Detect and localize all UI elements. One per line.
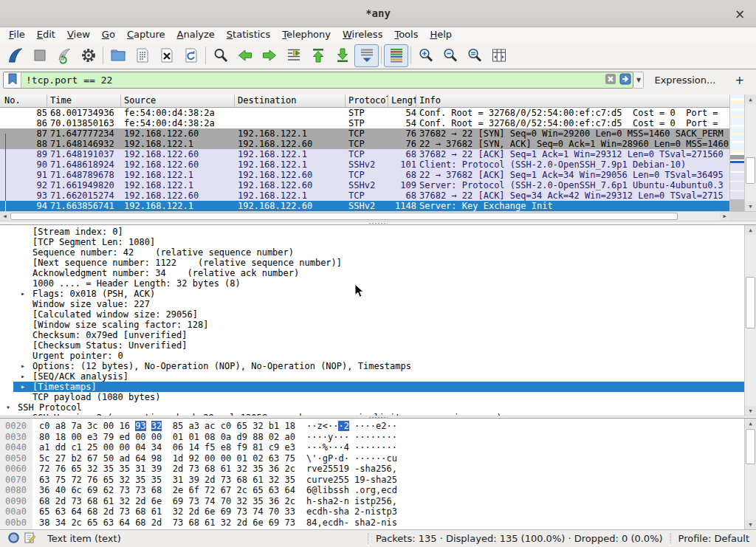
hex-bytes[interactable]: 80 18 00 e3 79 ed 00 00 01 01 08 0a d9 8… xyxy=(32,432,295,443)
hex-ascii[interactable]: ····y··· ········ xyxy=(295,432,397,443)
intelligent-scrollbar-minimap[interactable] xyxy=(729,94,744,211)
zoom-reset-button[interactable] xyxy=(462,44,487,67)
hex-ascii[interactable]: ···%···4 ········ xyxy=(295,442,397,453)
filter-clear-button[interactable] xyxy=(603,72,618,88)
column-header-info[interactable]: Info xyxy=(416,94,729,107)
menu-analyze[interactable]: Analyze xyxy=(171,27,221,42)
titlebar[interactable]: *any × xyxy=(0,0,756,27)
detail-line[interactable]: [Window size scaling factor: 128] xyxy=(0,320,756,330)
find-packet-button[interactable] xyxy=(208,44,233,67)
menu-statistics[interactable]: Statistics xyxy=(221,27,276,42)
start-capture-button[interactable] xyxy=(3,44,27,67)
hex-ascii[interactable]: ··z<···2 ····e2·· xyxy=(295,421,397,432)
column-header-destination[interactable]: Destination xyxy=(235,94,346,107)
restart-capture-button[interactable] xyxy=(52,44,76,67)
menu-wireless[interactable]: Wireless xyxy=(337,27,388,42)
detail-line[interactable]: [Calculated window size: 29056] xyxy=(0,309,756,320)
close-icon[interactable]: × xyxy=(731,5,749,23)
zoom-out-button[interactable] xyxy=(438,44,462,67)
detail-line[interactable]: Urgent pointer: 0 xyxy=(0,351,756,361)
hex-row[interactable]: 0040a1 dd c1 25 00 00 04 34 06 14 f5 e8 … xyxy=(0,442,756,453)
resize-columns-button[interactable] xyxy=(487,44,511,67)
hex-ascii[interactable]: h-sha2-n istp256, xyxy=(295,496,397,507)
reload-file-button[interactable] xyxy=(179,44,203,67)
detail-line[interactable]: 1000 .... = Header Length: 32 bytes (8) xyxy=(0,278,756,289)
menu-edit[interactable]: Edit xyxy=(31,27,61,42)
menu-telephony[interactable]: Telephony xyxy=(276,27,337,42)
hex-bytes[interactable]: 68 2d 73 68 61 32 2d 6e 69 73 74 70 32 3… xyxy=(32,496,295,507)
hex-row[interactable]: 0020c0 a8 7a 3c 00 16 93 32 85 a3 ac c0 … xyxy=(0,421,756,432)
profile-status[interactable]: Profile: Default xyxy=(678,533,756,544)
column-header-length[interactable]: Length xyxy=(388,94,416,107)
bytes-vertical-scrollbar[interactable]: ▲ ▼ xyxy=(744,419,756,529)
detail-line[interactable]: ▾SSH Protocol xyxy=(0,402,756,413)
packet-list-vertical-scrollbar[interactable]: ▲ ▼ xyxy=(744,94,756,211)
menu-help[interactable]: Help xyxy=(424,27,458,42)
filter-history-dropdown[interactable]: ▼ xyxy=(633,72,644,89)
colorize-packets-button[interactable] xyxy=(384,44,408,67)
packet-row[interactable]: 9271.661949820192.168.122.1192.168.122.6… xyxy=(0,180,729,190)
detail-line[interactable]: [Next sequence number: 1122 (relative se… xyxy=(0,258,756,268)
hex-row[interactable]: 003080 18 00 e3 79 ed 00 00 01 01 08 0a … xyxy=(0,432,756,443)
previous-packet-button[interactable] xyxy=(233,44,257,67)
auto-scroll-button[interactable] xyxy=(354,44,379,67)
filter-bookmark-button[interactable] xyxy=(4,72,21,88)
stop-capture-button[interactable] xyxy=(27,44,52,67)
display-filter-field[interactable] xyxy=(3,72,633,89)
packet-row[interactable]: 8771.647777234192.168.122.60192.168.122.… xyxy=(0,128,729,139)
hex-bytes[interactable]: 65 63 64 68 2d 73 68 61 32 2d 6e 69 73 7… xyxy=(32,506,295,517)
packet-row[interactable]: 8871.648146932192.168.122.1192.168.122.6… xyxy=(0,139,729,149)
scroll-up-icon[interactable]: ▲ xyxy=(745,94,756,104)
detail-line[interactable]: Sequence number: 42 (relative sequence n… xyxy=(0,247,756,258)
detail-line[interactable]: ▸Options: (12 bytes), No-Operation (NOP)… xyxy=(0,361,756,371)
hex-ascii[interactable]: 6@libssh .org,ecd xyxy=(295,485,397,496)
hex-row[interactable]: 00b038 34 2c 65 63 64 68 2d 73 68 61 32 … xyxy=(0,517,756,529)
hex-ascii[interactable]: curve255 19-sha25 xyxy=(295,475,397,486)
detail-line[interactable]: Window size value: 227 xyxy=(0,299,756,309)
filter-apply-button[interactable] xyxy=(618,72,633,88)
scroll-down-icon[interactable]: ▼ xyxy=(745,202,756,211)
hex-row[interactable]: 007063 75 72 76 65 32 35 35 31 39 2d 73 … xyxy=(0,475,756,486)
display-filter-input[interactable] xyxy=(21,72,603,88)
detail-line[interactable]: [Stream index: 0] xyxy=(0,227,756,237)
menu-view[interactable]: View xyxy=(61,27,96,42)
hex-bytes[interactable]: 5c 27 b2 67 50 ad 64 98 1d 92 00 00 01 0… xyxy=(32,453,295,464)
next-packet-button[interactable] xyxy=(257,44,281,67)
hex-bytes[interactable]: a1 dd c1 25 00 00 04 34 06 14 f5 e8 f9 8… xyxy=(32,442,295,453)
add-filter-button[interactable]: + xyxy=(723,74,753,87)
column-header-no[interactable]: No. xyxy=(0,94,47,107)
menu-go[interactable]: Go xyxy=(96,27,121,42)
detail-line[interactable]: ▸[SEQ/ACK analysis] xyxy=(0,371,756,382)
detail-line[interactable]: Checksum: 0x79ed [unverified] xyxy=(0,330,756,340)
detail-line[interactable]: ▸SSH Version 2 (encryption:chacha20-poly… xyxy=(0,413,756,416)
close-file-button[interactable] xyxy=(154,44,179,67)
hex-ascii[interactable]: ecdh-sha 2-nistp3 xyxy=(295,506,397,517)
scroll-up-icon[interactable]: ▲ xyxy=(745,419,756,428)
open-file-button[interactable] xyxy=(106,44,130,67)
packet-row[interactable]: 9171.648789678192.168.122.1192.168.122.6… xyxy=(0,170,729,180)
column-header-source[interactable]: Source xyxy=(121,94,235,107)
packet-row[interactable]: 9071.648618924192.168.122.60192.168.122.… xyxy=(0,159,729,170)
detail-line[interactable]: ▸[Timestamps] xyxy=(0,382,756,392)
column-header-protocol[interactable]: Protocol xyxy=(346,94,388,107)
hex-ascii[interactable]: \'·gP·d· ······cu xyxy=(295,453,397,464)
scrollbar-thumb[interactable] xyxy=(10,213,678,220)
hex-bytes[interactable]: 72 76 65 32 35 35 31 39 2d 73 68 61 32 3… xyxy=(32,464,295,475)
packet-row[interactable]: 8568.001734936fe:54:00:d4:38:2aSTP54Conf… xyxy=(0,108,729,118)
hex-bytes[interactable]: c0 a8 7a 3c 00 16 93 32 85 a3 ac c0 65 3… xyxy=(32,421,295,432)
hex-ascii[interactable]: 84,ecdh- sha2-nis xyxy=(295,517,397,529)
capture-options-button[interactable] xyxy=(76,44,100,67)
packet-row[interactable]: 8670.013850163fe:54:00:d4:38:2aSTP54Conf… xyxy=(0,118,729,128)
packet-row[interactable]: 9471.663856741192.168.122.1192.168.122.6… xyxy=(0,201,729,211)
menu-tools[interactable]: Tools xyxy=(388,27,424,42)
capture-comment-button[interactable] xyxy=(22,532,37,546)
menu-file[interactable]: File xyxy=(3,27,31,42)
hex-bytes[interactable]: 36 40 6c 69 62 73 73 68 2e 6f 72 67 2c 6… xyxy=(32,485,295,496)
detail-line[interactable]: [TCP Segment Len: 1080] xyxy=(0,237,756,247)
menu-capture[interactable]: Capture xyxy=(121,27,171,42)
first-packet-button[interactable] xyxy=(306,44,330,67)
hex-row[interactable]: 006072 76 65 32 35 35 31 39 2d 73 68 61 … xyxy=(0,464,756,475)
hex-row[interactable]: 009068 2d 73 68 61 32 2d 6e 69 73 74 70 … xyxy=(0,496,756,507)
detail-line[interactable]: Acknowledgment number: 34 (relative ack … xyxy=(0,268,756,278)
detail-line[interactable]: TCP payload (1080 bytes) xyxy=(0,392,756,402)
